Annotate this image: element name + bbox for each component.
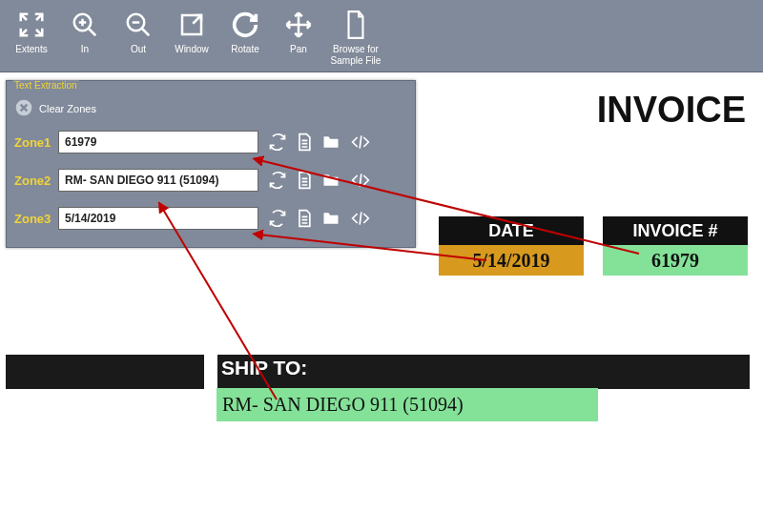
invoice-title: INVOICE <box>597 90 746 131</box>
doc-icon[interactable] <box>295 133 314 152</box>
zoom-in-icon <box>71 8 99 42</box>
tool-label: In <box>81 44 89 55</box>
date-header: DATE <box>439 216 584 245</box>
refresh-icon[interactable] <box>268 209 287 228</box>
zone-input[interactable] <box>58 169 258 192</box>
doc-icon[interactable] <box>295 209 314 228</box>
zone-actions <box>268 133 373 152</box>
zone-actions <box>268 209 373 228</box>
window-icon <box>177 8 206 42</box>
tool-label: Out <box>131 44 146 55</box>
invoice-value: 61979 <box>603 245 748 276</box>
code-icon[interactable] <box>348 209 373 228</box>
tool-label: Window <box>175 44 209 55</box>
tool-label: Rotate <box>231 44 258 55</box>
pan-icon <box>284 8 313 42</box>
tool-rotate[interactable]: Rotate <box>219 4 271 55</box>
toolbar: Extents In Out Window Rotate <box>0 0 763 72</box>
shipto-value: RM- SAN DIEGO 911 (51094) <box>217 388 598 421</box>
tool-pan[interactable]: Pan <box>273 4 324 55</box>
zone-label: Zone1 <box>14 135 58 150</box>
panel-legend: Text Extraction <box>12 80 79 91</box>
zone-row: Zone2 <box>14 169 407 192</box>
rotate-icon <box>231 8 259 42</box>
clear-zones-label: Clear Zones <box>39 103 96 114</box>
file-icon <box>343 8 368 42</box>
tool-label: Pan <box>290 44 307 55</box>
tool-out[interactable]: Out <box>113 4 164 55</box>
zone-input[interactable] <box>58 131 258 153</box>
clear-zones-button[interactable]: Clear Zones <box>14 98 407 119</box>
folder-icon[interactable] <box>321 171 340 190</box>
zoom-out-icon <box>124 8 153 42</box>
tool-label: Extents <box>15 44 47 55</box>
workspace: Text Extraction Clear Zones Zone1 Zone2 <box>0 72 763 532</box>
tool-window[interactable]: Window <box>166 4 217 55</box>
close-icon <box>14 98 33 119</box>
zone-actions <box>268 171 373 190</box>
tool-in[interactable]: In <box>59 4 111 55</box>
refresh-icon[interactable] <box>268 171 287 190</box>
date-value: 5/14/2019 <box>439 245 584 276</box>
zone-row: Zone1 <box>14 131 407 153</box>
refresh-icon[interactable] <box>268 133 287 152</box>
folder-icon[interactable] <box>321 133 340 152</box>
extents-icon <box>17 8 46 42</box>
bar-gap <box>204 355 217 389</box>
tool-browse[interactable]: Browse for Sample File <box>326 4 385 67</box>
folder-icon[interactable] <box>321 209 340 228</box>
zone-label: Zone3 <box>14 212 58 226</box>
code-icon[interactable] <box>348 171 373 190</box>
invoice-header: INVOICE # <box>603 216 748 245</box>
shipto-label: SHIP TO: <box>221 357 307 379</box>
code-icon[interactable] <box>348 133 373 152</box>
tool-extents[interactable]: Extents <box>6 4 57 55</box>
zone-input[interactable] <box>58 207 258 230</box>
zone-label: Zone2 <box>14 174 58 188</box>
tool-label: Browse for Sample File <box>326 44 385 67</box>
text-extraction-panel: Text Extraction Clear Zones Zone1 Zone2 <box>6 80 416 248</box>
zone-row: Zone3 <box>14 207 407 230</box>
shipto-bar <box>6 355 750 389</box>
doc-icon[interactable] <box>295 171 314 190</box>
